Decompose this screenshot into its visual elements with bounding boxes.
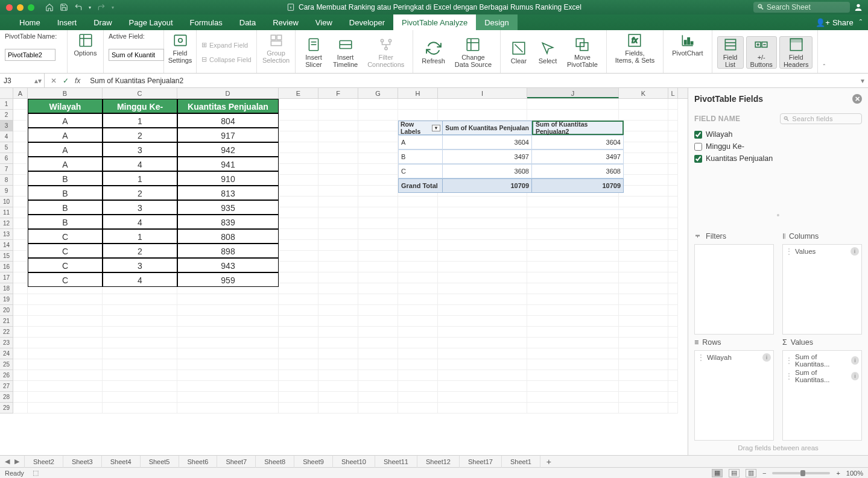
redo-dropdown-icon[interactable]: ▾ xyxy=(112,5,114,10)
spreadsheet-grid[interactable]: ABCDEFGHIJKL 123456789101112131415161718… xyxy=(0,88,688,455)
row-header-16[interactable]: 16 xyxy=(0,262,13,272)
pivot-row-labels-header[interactable]: Row Labels▼ xyxy=(398,121,443,135)
area-item[interactable]: ⋮ Sum of Kuantitas...i xyxy=(785,369,859,383)
table-cell[interactable]: 2 xyxy=(103,186,177,200)
column-header-L[interactable]: L xyxy=(668,88,678,98)
sheet-tab-sheet17[interactable]: Sheet17 xyxy=(460,456,502,468)
tab-pivottable-analyze[interactable]: PivotTable Analyze xyxy=(393,14,476,30)
tab-data[interactable]: Data xyxy=(231,14,264,30)
tab-design[interactable]: Design xyxy=(476,14,517,30)
table-cell[interactable]: C xyxy=(28,258,103,272)
ribbon-toggle-icon[interactable]: ˆ xyxy=(860,18,862,27)
field-headers-button[interactable]: Field Headers xyxy=(779,36,813,69)
table-cell[interactable]: 3 xyxy=(103,142,177,157)
enter-formula-icon[interactable]: ✓ xyxy=(63,77,69,85)
macro-record-icon[interactable]: ⬚ xyxy=(33,469,39,477)
row-header-22[interactable]: 22 xyxy=(0,327,13,338)
column-header-H[interactable]: H xyxy=(398,88,438,98)
page-break-view-button[interactable]: ▥ xyxy=(746,469,756,477)
tab-review[interactable]: Review xyxy=(264,14,307,30)
filters-drop-area[interactable] xyxy=(694,244,774,335)
pivotchart-button[interactable]: PivotChart xyxy=(668,33,706,57)
save-icon[interactable] xyxy=(60,3,68,11)
sheet-tab-sheet7[interactable]: Sheet7 xyxy=(217,456,256,468)
table-cell[interactable]: 943 xyxy=(177,258,279,272)
zoom-window-button[interactable] xyxy=(28,4,34,11)
table-cell[interactable]: 910 xyxy=(177,171,279,186)
select-all-corner[interactable] xyxy=(0,88,13,98)
field-minggu-ke-[interactable]: Minggu Ke- xyxy=(694,142,862,151)
table-cell[interactable]: 917 xyxy=(177,128,279,142)
normal-view-button[interactable]: ▦ xyxy=(712,469,723,477)
cancel-formula-icon[interactable]: ✕ xyxy=(51,77,57,85)
table-cell[interactable]: 3 xyxy=(103,200,177,215)
tab-developer[interactable]: Developer xyxy=(341,14,393,30)
collapse-field-button[interactable]: ⊟Collapse Field xyxy=(201,54,252,65)
undo-dropdown-icon[interactable]: ▾ xyxy=(89,5,91,10)
user-icon[interactable] xyxy=(854,2,863,12)
clear-button[interactable]: Clear xyxy=(505,40,532,64)
row-header-9[interactable]: 9 xyxy=(0,186,13,197)
row-header-19[interactable]: 19 xyxy=(0,294,13,305)
row-header-17[interactable]: 17 xyxy=(0,272,13,283)
row-header-2[interactable]: 2 xyxy=(0,110,13,121)
close-panel-button[interactable]: ✕ xyxy=(852,94,862,104)
move-pivottable-button[interactable]: Move PivotTable xyxy=(563,37,601,68)
table-cell[interactable]: 4 xyxy=(103,157,177,171)
active-field-input[interactable] xyxy=(109,49,164,61)
sheet-tab-sheet10[interactable]: Sheet10 xyxy=(333,456,375,468)
row-header-20[interactable]: 20 xyxy=(0,305,13,316)
column-header-D[interactable]: D xyxy=(177,88,279,98)
table-cell[interactable]: 839 xyxy=(177,215,279,229)
next-sheet-button[interactable]: ▶ xyxy=(14,458,19,465)
row-header-21[interactable]: 21 xyxy=(0,316,13,327)
table-cell[interactable]: 808 xyxy=(177,229,279,244)
prev-sheet-button[interactable]: ◀ xyxy=(5,458,10,465)
column-header-G[interactable]: G xyxy=(358,88,398,98)
table-cell[interactable]: 2 xyxy=(103,244,177,258)
row-header-7[interactable]: 7 xyxy=(0,164,13,175)
pivot-cell[interactable]: 3604 xyxy=(443,135,532,149)
sheet-tab-sheet4[interactable]: Sheet4 xyxy=(102,456,141,468)
row-header-11[interactable]: 11 xyxy=(0,207,13,218)
pivot-cell[interactable]: 3497 xyxy=(443,149,532,164)
row-header-8[interactable]: 8 xyxy=(0,175,13,186)
fields-items-sets-button[interactable]: fxFields, Items, & Sets xyxy=(612,33,658,64)
table-cell[interactable]: B xyxy=(28,215,103,229)
search-sheet-input[interactable]: 🔍︎ Search Sheet xyxy=(753,2,850,13)
table-cell[interactable]: A xyxy=(28,128,103,142)
row-header-4[interactable]: 4 xyxy=(0,131,13,142)
select-button[interactable]: Select xyxy=(534,40,561,64)
row-header-6[interactable]: 6 xyxy=(0,153,13,164)
sheet-tab-sheet9[interactable]: Sheet9 xyxy=(294,456,333,468)
panel-divider-handle[interactable]: • xyxy=(694,210,862,220)
pivot-cell[interactable]: 3608 xyxy=(443,164,532,178)
row-header-28[interactable]: 28 xyxy=(0,392,13,403)
pivottable-name-input[interactable] xyxy=(5,49,55,61)
table-cell[interactable]: 813 xyxy=(177,186,279,200)
column-header-E[interactable]: E xyxy=(279,88,318,98)
field-checkbox[interactable] xyxy=(694,131,702,139)
tab-view[interactable]: View xyxy=(307,14,341,30)
add-sheet-button[interactable]: + xyxy=(540,457,557,467)
field-kuantitas-penjualan[interactable]: Kuantitas Penjualan xyxy=(694,154,862,163)
table-cell[interactable]: 959 xyxy=(177,272,279,287)
table-cell[interactable]: 1 xyxy=(103,171,177,186)
sheet-tab-sheet12[interactable]: Sheet12 xyxy=(417,456,460,468)
row-header-1[interactable]: 1 xyxy=(0,99,13,110)
zoom-in-button[interactable]: + xyxy=(836,470,840,477)
row-labels-filter-icon[interactable]: ▼ xyxy=(432,125,440,131)
row-header-12[interactable]: 12 xyxy=(0,218,13,229)
column-header-K[interactable]: K xyxy=(619,88,668,98)
table-cell[interactable]: 4 xyxy=(103,272,177,287)
pivot-cell[interactable]: A xyxy=(398,135,443,149)
sheet-tab-sheet3[interactable]: Sheet3 xyxy=(63,456,102,468)
expand-field-button[interactable]: ⊞Expand Field xyxy=(201,40,252,51)
tab-draw[interactable]: Draw xyxy=(85,14,120,30)
table-cell[interactable]: 4 xyxy=(103,215,177,229)
table-cell[interactable]: B xyxy=(28,200,103,215)
sheet-tab-sheet8[interactable]: Sheet8 xyxy=(256,456,294,468)
table-cell[interactable]: A xyxy=(28,113,103,128)
row-header-25[interactable]: 25 xyxy=(0,359,13,370)
rows-drop-area[interactable]: ⋮ Wilayahi xyxy=(694,350,774,441)
